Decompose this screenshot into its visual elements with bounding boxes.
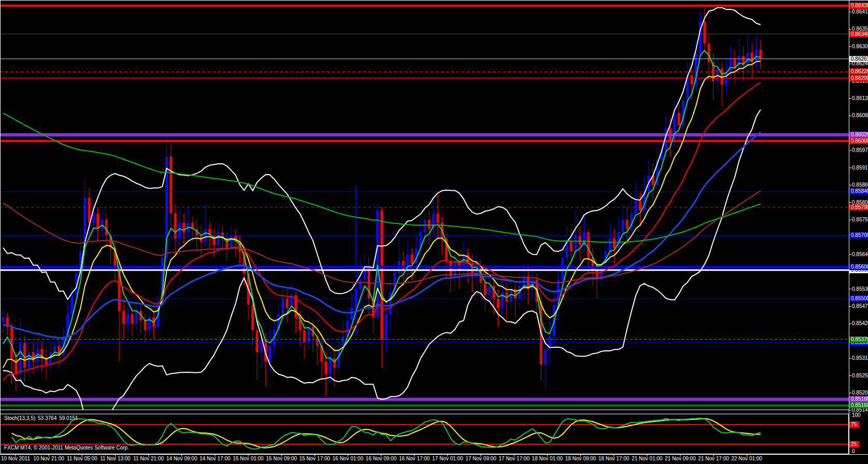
stochastic-indicator-label: Stoch(13,3,5)53.376459.0151 <box>4 415 80 421</box>
bear-candle <box>437 214 439 223</box>
horizontal-levels-layer[interactable] <box>0 6 849 405</box>
bull-candle <box>609 238 611 251</box>
price-tick-label: 0.85750 <box>852 217 867 223</box>
price-tick-label: 0.85970 <box>852 147 867 153</box>
bull-candle <box>2 317 5 322</box>
stochastic-name: Stoch(13,3,5) <box>4 415 35 421</box>
bear-candle <box>325 361 327 374</box>
bull-candle <box>135 311 138 324</box>
bull-candle <box>424 220 426 232</box>
price-level-badge: 0.85790 <box>849 204 868 210</box>
price-level-badge: 0.85180 <box>849 396 868 402</box>
bear-candle <box>303 330 306 343</box>
bear-candle <box>703 21 706 44</box>
price-level-badge: 0.86430 <box>849 3 868 9</box>
bull-candle <box>738 56 740 68</box>
bear-candle <box>428 220 430 229</box>
bear-candle <box>579 235 581 245</box>
bear-candle <box>88 198 91 223</box>
bull-candle <box>49 352 52 364</box>
bear-candle <box>411 255 413 264</box>
chart-canvas[interactable] <box>0 0 868 464</box>
stochastic-d-value: 59.0151 <box>59 415 78 421</box>
price-tick-label: 0.86080 <box>852 113 867 119</box>
bear-candle <box>23 343 26 368</box>
bull-candle <box>127 314 129 324</box>
bull-candle <box>351 308 353 320</box>
copyright-text: FXCM MT4, © 2001-2011 MetaQuotes Softwar… <box>4 445 129 451</box>
bear-candle <box>708 44 710 62</box>
bull-candle <box>92 214 95 223</box>
stoch-level-badge: 25 <box>849 441 859 447</box>
bear-candle <box>174 214 177 239</box>
bull-candle <box>217 232 220 245</box>
bull-candle <box>178 223 181 238</box>
bear-candle <box>131 314 134 324</box>
stoch-axis-0: 0 <box>852 448 855 454</box>
bear-candle <box>96 214 99 229</box>
price-tick-label: 0.85475 <box>852 303 867 310</box>
stochastic-k-value: 53.3764 <box>38 415 57 421</box>
price-tick-label: 0.85640 <box>852 251 867 258</box>
bull-candle <box>329 358 331 374</box>
price-tick-label: 0.85530 <box>852 286 867 292</box>
price-level-badge: 0.86000 <box>849 138 868 144</box>
bear-candle <box>691 75 693 84</box>
bear-candle <box>170 157 172 213</box>
stochastic-layer[interactable] <box>0 418 849 449</box>
bull-candle <box>562 258 564 280</box>
bull-candle <box>385 314 387 340</box>
bull-candle <box>307 327 310 342</box>
bull-candle <box>622 220 624 232</box>
price-tick-label: 0.86410 <box>852 9 867 15</box>
price-level-badge: 0.86020 <box>849 132 868 138</box>
stoch-level-badge: 75 <box>849 421 859 428</box>
bear-candle <box>484 283 486 295</box>
price-tick-label: 0.86300 <box>852 44 867 50</box>
bear-candle <box>256 330 258 353</box>
bear-candle <box>570 242 572 251</box>
bear-candle <box>450 261 452 276</box>
bear-candle <box>15 358 17 374</box>
bear-candle <box>144 320 146 330</box>
bear-candle <box>402 261 404 270</box>
price-level-badge: 0.85500 <box>849 296 868 302</box>
price-tick-label: 0.85420 <box>852 320 867 327</box>
bear-candle <box>251 305 254 330</box>
price-tick-label: 0.85255 <box>852 373 867 379</box>
candles-layer[interactable] <box>2 7 762 396</box>
price-level-badge: 0.85600 <box>849 264 868 270</box>
bear-candle <box>587 232 590 258</box>
bull-candle <box>230 235 232 248</box>
stoch-axis-100: 100 <box>852 412 861 418</box>
price-level-badge: 0.86340 <box>849 31 868 37</box>
price-tick-label: 0.85915 <box>852 165 867 171</box>
price-level-badge: 0.85160 <box>849 402 868 409</box>
bull-candle <box>544 349 547 364</box>
bull-candle <box>729 59 732 72</box>
mt4-terminal: { "app": { "copyright": "FXCM MT4, © 200… <box>0 0 868 464</box>
bear-candle <box>381 210 383 340</box>
price-tick-label: 0.85200 <box>852 390 867 396</box>
bull-candle <box>71 296 73 314</box>
bull-candle <box>716 68 719 81</box>
bull-candle <box>488 286 491 295</box>
bear-candle <box>286 299 288 308</box>
bear-candle <box>639 201 641 210</box>
bear-candle <box>497 299 499 308</box>
bear-candle <box>183 223 185 232</box>
bull-candle <box>53 346 56 352</box>
bear-candle <box>613 238 615 248</box>
price-level-badge: 0.86220 <box>849 68 868 75</box>
price-level-badge: 0.85370 <box>849 336 868 343</box>
bull-candle <box>27 352 30 368</box>
bull-candle <box>376 210 379 318</box>
time-tick-label: 22 Nov 01:00 <box>722 456 772 461</box>
price-tick-label: 0.85860 <box>852 182 867 188</box>
bull-candle <box>269 346 271 361</box>
bear-candle <box>626 220 628 229</box>
bull-candle <box>282 299 284 314</box>
price-level-badge: 0.85700 <box>849 232 868 238</box>
price-level-badge: 0.86200 <box>849 75 868 81</box>
bear-candle <box>333 358 336 368</box>
